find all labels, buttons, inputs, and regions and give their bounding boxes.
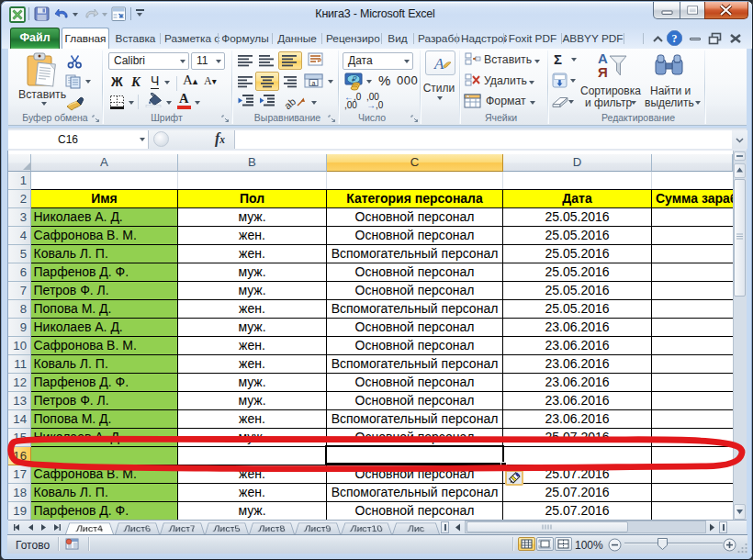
svg-text:Я: Я: [598, 64, 608, 79]
svg-text:A: A: [433, 55, 444, 73]
svg-text:ab: ab: [285, 95, 298, 111]
svg-text:a: a: [312, 80, 316, 86]
svg-text:?: ?: [672, 32, 678, 45]
